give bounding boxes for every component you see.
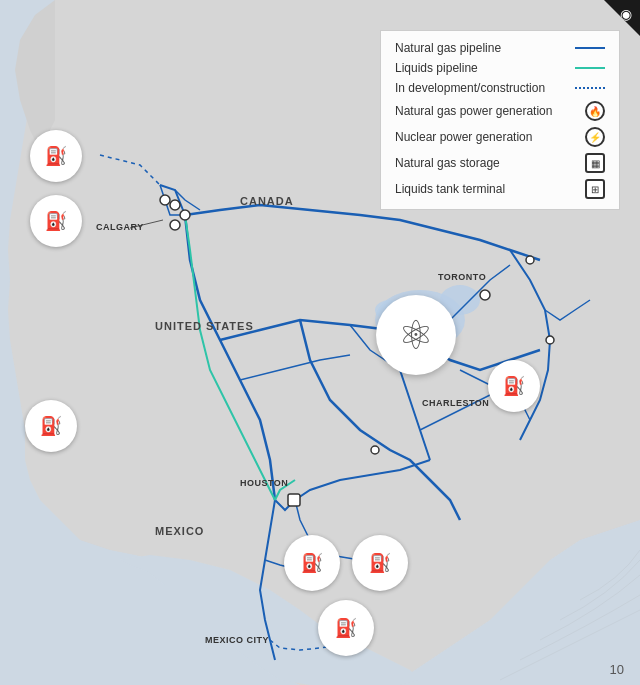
legend-item-dev: In development/construction bbox=[395, 81, 605, 95]
tank-terminal-icon-6: ⛽ bbox=[369, 552, 391, 574]
houston-label: HOUSTON bbox=[240, 478, 288, 488]
svg-point-15 bbox=[526, 256, 534, 264]
legend-nuclear-gen-symbol: ⚡ bbox=[569, 127, 605, 147]
legend-gas-gen-symbol: 🔥 bbox=[569, 101, 605, 121]
terminal-bubble-nw1: ⛽ bbox=[30, 130, 82, 182]
gas-gen-icon: 🔥 bbox=[585, 101, 605, 121]
legend-liquids-pipeline-label: Liquids pipeline bbox=[395, 61, 569, 75]
nuclear-bubble: ⚛ bbox=[376, 295, 456, 375]
mexico-city-label: MEXICO CITY bbox=[205, 635, 269, 645]
legend-gas-gen-label: Natural gas power generation bbox=[395, 104, 569, 118]
tank-terminal-icon-2: ⛽ bbox=[45, 210, 67, 232]
legend-item-gas-gen: Natural gas power generation 🔥 bbox=[395, 101, 605, 121]
gas-pipeline-line-icon bbox=[575, 47, 605, 49]
nuclear-icon: ⚛ bbox=[398, 312, 434, 358]
legend-item-liquids-pipeline: Liquids pipeline bbox=[395, 61, 605, 75]
tank-terminal-icon-5: ⛽ bbox=[301, 552, 323, 574]
legend-gas-storage-label: Natural gas storage bbox=[395, 156, 569, 170]
legend-nuclear-gen-label: Nuclear power generation bbox=[395, 130, 569, 144]
legend-gas-pipeline-label: Natural gas pipeline bbox=[395, 41, 569, 55]
legend-item-nuclear-gen: Nuclear power generation ⚡ bbox=[395, 127, 605, 147]
mexico-label: MEXICO bbox=[155, 525, 204, 537]
liquids-pipeline-line-icon bbox=[575, 67, 605, 69]
terminal-bubble-mex3: ⛽ bbox=[318, 600, 374, 656]
terminal-bubble-w: ⛽ bbox=[25, 400, 77, 452]
gas-storage-icon: ▦ bbox=[585, 153, 605, 173]
legend-item-tank-terminal: Liquids tank terminal ⊞ bbox=[395, 179, 605, 199]
charleston-label: CHARLESTON bbox=[422, 398, 489, 408]
nuclear-gen-icon: ⚡ bbox=[585, 127, 605, 147]
us-label: UNITED STATES bbox=[155, 320, 254, 332]
svg-point-10 bbox=[170, 220, 180, 230]
legend-dev-symbol bbox=[569, 87, 605, 89]
calgary-label: CALGARY bbox=[96, 222, 144, 232]
terminal-bubble-e: ⛽ bbox=[488, 360, 540, 412]
canada-label: CANADA bbox=[240, 195, 294, 207]
page-number: 10 bbox=[610, 662, 624, 677]
svg-rect-13 bbox=[288, 494, 300, 506]
tank-terminal-icon-4: ⛽ bbox=[503, 375, 525, 397]
svg-point-16 bbox=[546, 336, 554, 344]
svg-point-8 bbox=[170, 200, 180, 210]
legend-item-gas-pipeline: Natural gas pipeline bbox=[395, 41, 605, 55]
legend-gas-pipeline-symbol bbox=[569, 47, 605, 49]
legend-gas-storage-symbol: ▦ bbox=[569, 153, 605, 173]
svg-point-9 bbox=[160, 195, 170, 205]
tank-terminal-icon-3: ⛽ bbox=[40, 415, 62, 437]
legend-dev-label: In development/construction bbox=[395, 81, 569, 95]
map-container: CANADA UNITED STATES MEXICO TORONTO CALG… bbox=[0, 0, 640, 685]
dev-pipeline-line-icon bbox=[575, 87, 605, 89]
terminal-bubble-mex1: ⛽ bbox=[284, 535, 340, 591]
legend-panel: Natural gas pipeline Liquids pipeline In… bbox=[380, 30, 620, 210]
legend-tank-terminal-symbol: ⊞ bbox=[569, 179, 605, 199]
svg-point-12 bbox=[480, 290, 490, 300]
svg-point-14 bbox=[371, 446, 379, 454]
terminal-bubble-nw2: ⛽ bbox=[30, 195, 82, 247]
terminal-bubble-mex2: ⛽ bbox=[352, 535, 408, 591]
tank-terminal-icon-7: ⛽ bbox=[335, 617, 357, 639]
tank-terminal-icon: ⛽ bbox=[45, 145, 67, 167]
legend-item-gas-storage: Natural gas storage ▦ bbox=[395, 153, 605, 173]
legend-liquids-pipeline-symbol bbox=[569, 67, 605, 69]
legend-tank-terminal-label: Liquids tank terminal bbox=[395, 182, 569, 196]
svg-point-7 bbox=[180, 210, 190, 220]
toronto-label: TORONTO bbox=[438, 272, 486, 282]
tank-terminal-legend-icon: ⊞ bbox=[585, 179, 605, 199]
